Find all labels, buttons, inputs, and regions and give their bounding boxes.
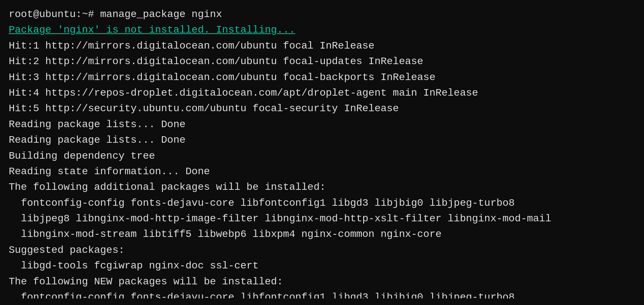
- terminal-line-building: Building dependency tree: [9, 148, 635, 164]
- terminal-line-hit3: Hit:3 http://mirrors.digitalocean.com/ub…: [9, 70, 635, 85]
- terminal-line-suggested: Suggested packages:: [9, 242, 635, 258]
- terminal-line-following: The following additional packages will b…: [9, 179, 635, 195]
- terminal-line-hit1: Hit:1 http://mirrors.digitalocean.com/ub…: [9, 38, 635, 54]
- terminal-line-installing: Package 'nginx' is not installed. Instal…: [9, 22, 635, 38]
- terminal-line-newpkgs1: fontconfig-config fonts-dejavu-core libf…: [9, 289, 635, 298]
- terminal-line-new: The following NEW packages will be insta…: [9, 274, 635, 289]
- terminal-line-sugg1: libgd-tools fcgiwrap nginx-doc ssl-cert: [9, 258, 635, 273]
- terminal-line-state: Reading state information... Done: [9, 164, 635, 179]
- terminal-line-prompt: root@ubuntu:~# manage_package nginx: [9, 7, 635, 22]
- terminal-line-reading1: Reading package lists... Done: [9, 117, 635, 132]
- terminal-line-pkgs1: fontconfig-config fonts-dejavu-core libf…: [9, 195, 635, 211]
- terminal-line-reading2: Reading package lists... Done: [9, 132, 635, 148]
- terminal-line-hit5: Hit:5 http://security.ubuntu.com/ubuntu …: [9, 101, 635, 116]
- terminal-line-hit2: Hit:2 http://mirrors.digitalocean.com/ub…: [9, 54, 635, 69]
- terminal-line-pkgs2: libjpeg8 libnginx-mod-http-image-filter …: [9, 211, 635, 226]
- terminal-line-pkgs3: libnginx-mod-stream libtiff5 libwebp6 li…: [9, 226, 635, 242]
- terminal-window: root@ubuntu:~# manage_package nginxPacka…: [9, 7, 635, 298]
- terminal-line-hit4: Hit:4 https://repos-droplet.digitalocean…: [9, 85, 635, 101]
